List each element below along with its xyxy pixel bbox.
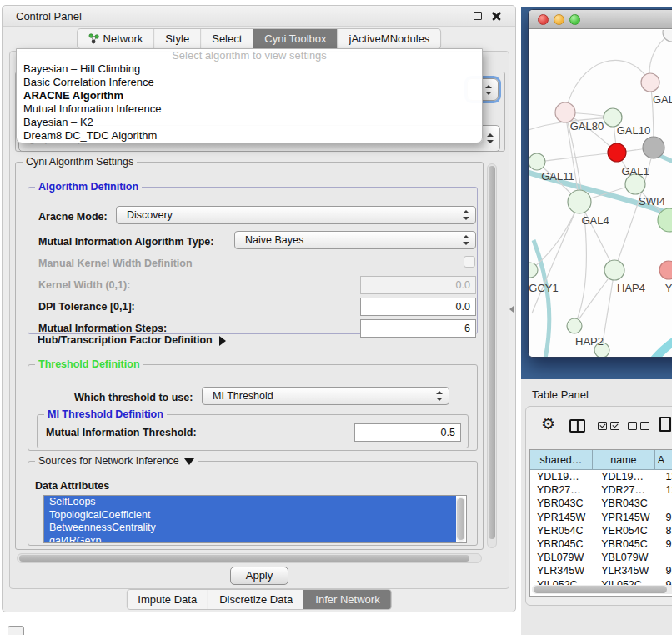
list-item[interactable]: SelfLoops (44, 496, 456, 509)
unchecked-checkbox-icon[interactable] (640, 422, 649, 430)
aracne-mode-label: Aracne Mode: (38, 211, 108, 222)
tab-impute-data[interactable]: Impute Data (127, 590, 208, 609)
which-threshold-combo[interactable]: MI Threshold (202, 387, 449, 405)
settings-vertical-scrollbar[interactable] (487, 163, 497, 548)
cell: YLR345W (530, 564, 594, 578)
node-label: GAL80 (570, 120, 604, 132)
table-row[interactable]: YDL19… YDL19… 13 (530, 470, 672, 483)
cell (659, 497, 672, 510)
table-row[interactable]: YPR145W YPR145W 9. (530, 511, 672, 524)
table-row[interactable]: YBR045C YBR045C 9. (530, 538, 672, 551)
network-canvas[interactable]: GAL GAL80 GAL10 GAL11 GAL1 SWI4 GAL4 GCY… (529, 30, 672, 357)
dropdown-item-selected[interactable]: ARACNE Algorithm (17, 89, 482, 102)
checked-checkbox-icon[interactable] (598, 422, 607, 430)
which-threshold-value: MI Threshold (213, 390, 273, 402)
column-header[interactable]: A (655, 450, 672, 469)
cyni-algorithm-settings-group: Cyni Algorithm Settings Algorithm Defini… (15, 162, 484, 550)
control-panel: Control Panel Network (2, 5, 516, 612)
table-panel-title: Table Panel (532, 388, 589, 401)
tab-select[interactable]: Select (200, 29, 253, 48)
dropdown-item[interactable]: Bayesian – Hill Climbing (17, 62, 482, 76)
table-row[interactable]: YBR043C YBR043C (530, 497, 672, 510)
mi-steps-field[interactable]: 6 (360, 319, 476, 338)
network-window[interactable]: GAL GAL80 GAL10 GAL11 GAL1 SWI4 GAL4 GCY… (528, 9, 672, 358)
dropdown-item[interactable]: Basic Correlation Inference (17, 76, 482, 89)
mi-threshold-definition-title: MI Threshold Definition (44, 408, 167, 420)
sources-title[interactable]: Sources for Network Inference (35, 455, 198, 467)
sources-group: Sources for Network Inference Data Attri… (28, 461, 478, 546)
cell: YBR045C (530, 538, 594, 551)
panel-divider-handle[interactable] (509, 306, 514, 312)
control-panel-title: Control Panel (16, 10, 82, 22)
tab-impute-data-label: Impute Data (138, 593, 197, 606)
node-label: GAL (653, 93, 672, 106)
node-label: Y (665, 282, 672, 294)
mi-algorithm-type-combo[interactable]: Naive Bayes (234, 231, 476, 249)
list-item[interactable]: gal4RGexp (44, 535, 456, 544)
tab-discretize-data[interactable]: Discretize Data (208, 590, 303, 609)
unchecked-checkbox-icon[interactable] (628, 422, 637, 430)
bottom-left-partial-icon (8, 626, 24, 635)
list-item[interactable]: TopologicalCoefficient (44, 509, 456, 522)
manual-kernel-width-checkbox[interactable] (464, 256, 475, 268)
mac-minimize-icon[interactable] (554, 14, 564, 25)
cell: YBL079W (594, 551, 659, 564)
tab-cyni-toolbox[interactable]: Cyni Toolbox (253, 29, 337, 48)
dropdown-item[interactable]: Mutual Information Inference (17, 102, 482, 116)
table-row[interactable]: YLR345W YLR345W 9. (530, 564, 672, 578)
dpi-tolerance-field[interactable]: 0.0 (360, 298, 476, 316)
close-icon[interactable] (492, 11, 502, 21)
node-label: HAP2 (575, 335, 604, 348)
mi-threshold-field[interactable]: 0.5 (354, 423, 461, 442)
node-label: GAL4 (581, 214, 609, 227)
hub-definition-toggle[interactable]: Hub/Transcription Factor Definition (38, 334, 226, 346)
columns-icon[interactable] (569, 419, 585, 432)
mac-close-icon[interactable] (538, 14, 549, 25)
node-label: SWI4 (639, 195, 665, 208)
kernel-width-field[interactable]: 0.0 (360, 276, 476, 294)
data-attributes-list[interactable]: SelfLoops TopologicalCoefficient Between… (43, 495, 467, 543)
tab-infer-network[interactable]: Infer Network (303, 590, 390, 609)
gear-icon[interactable]: ⚙ (541, 414, 555, 432)
cell (659, 551, 672, 564)
tab-jactivemnodules[interactable]: jActiveMNodules (338, 29, 441, 48)
column-header[interactable]: shared… (530, 450, 593, 469)
which-threshold-label: Which threshold to use: (74, 392, 193, 403)
dropdown-item[interactable]: Dream8 DC_TDC Algorithm (17, 129, 482, 142)
cell: YBR043C (594, 497, 659, 510)
cell: YBR045C (594, 538, 659, 551)
apply-button[interactable]: Apply (230, 567, 288, 585)
tab-select-label: Select (212, 32, 242, 45)
network-window-titlebar[interactable] (529, 10, 672, 29)
node-label: GAL10 (617, 124, 650, 137)
cell: YDR27… (594, 483, 659, 497)
table-row[interactable]: YBL079W YBL079W (530, 551, 672, 564)
collapse-down-icon (184, 458, 194, 465)
table-row[interactable]: YDR27… YDR27… 12 (530, 483, 672, 497)
mi-steps-value: 6 (464, 322, 470, 334)
table-header: shared… name A (530, 450, 672, 470)
column-header[interactable]: name (593, 450, 655, 469)
aracne-mode-combo[interactable]: Discovery (116, 206, 476, 224)
settings-horizontal-scrollbar[interactable] (17, 553, 482, 563)
cell: 12 (659, 483, 672, 497)
dropdown-item[interactable]: Bayesian – K2 (17, 116, 482, 129)
tab-style[interactable]: Style (153, 29, 200, 48)
node-table[interactable]: shared… name A YDL19… YDL19… 13 YDR27… Y… (529, 449, 672, 597)
table-row[interactable]: YER054C YER054C 8. (530, 524, 672, 538)
mac-zoom-icon[interactable] (569, 14, 580, 25)
dpi-tolerance-label: DPI Tolerance [0,1]: (38, 301, 135, 312)
node-label: GCY1 (529, 282, 558, 294)
page-icon[interactable] (659, 417, 671, 432)
hub-definition-label: Hub/Transcription Factor Definition (38, 334, 213, 346)
checked-checkbox-icon[interactable] (610, 422, 619, 430)
tab-style-label: Style (165, 32, 189, 45)
mi-threshold-label: Mutual Information Threshold: (46, 427, 197, 438)
tab-network-label: Network (103, 32, 143, 45)
tab-network[interactable]: Network (78, 29, 154, 48)
table-horizontal-scrollbar[interactable] (532, 585, 672, 594)
float-window-icon[interactable] (474, 12, 482, 20)
list-item[interactable]: BetweennessCentrality (44, 522, 456, 535)
screenshot-root: Control Panel Network (0, 0, 672, 635)
list-scrollbar[interactable] (456, 497, 465, 542)
